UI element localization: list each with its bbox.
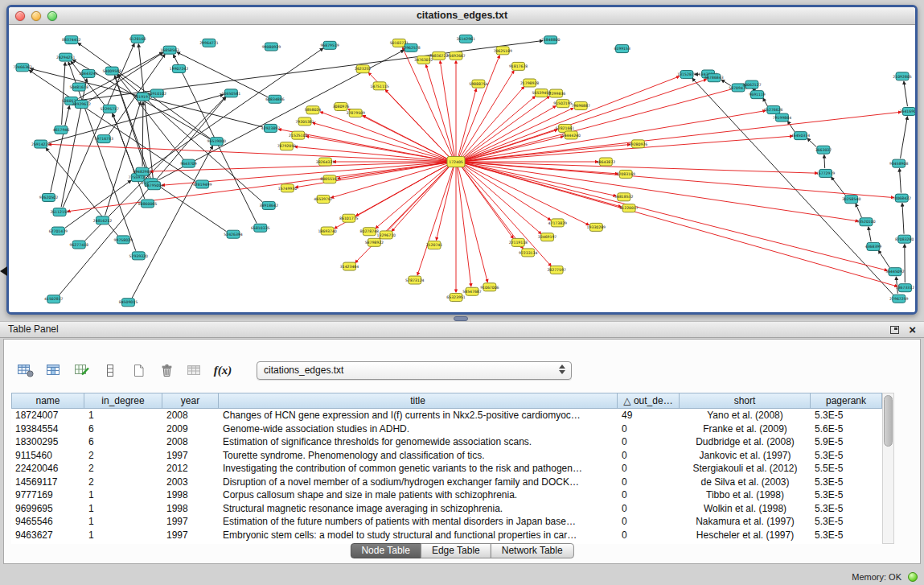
column-header-out_de[interactable]: △ out_de… <box>618 393 680 409</box>
cell-short[interactable]: de Silva et al. (2003) <box>680 476 811 489</box>
cell-short[interactable]: Nakamura et al. (1997) <box>680 515 811 529</box>
cell-year[interactable]: 1998 <box>162 488 219 502</box>
cell-in_degree[interactable]: 2 <box>84 476 162 489</box>
cell-pagerank[interactable]: 5.5E-5 <box>811 462 882 476</box>
cell-out_de[interactable]: 0 <box>618 476 680 489</box>
cell-pagerank[interactable]: 5.3E-5 <box>811 515 882 529</box>
cell-name[interactable]: 9115460 <box>11 449 84 463</box>
cell-title[interactable]: Corpus callosum shape and size in male p… <box>219 488 618 502</box>
cell-in_degree[interactable]: 1 <box>84 515 162 529</box>
collapse-panel-arrow-icon[interactable] <box>0 266 7 276</box>
minimize-window-button[interactable] <box>31 11 41 21</box>
show-columns-icon[interactable] <box>43 360 64 380</box>
memory-indicator[interactable] <box>908 572 918 582</box>
table-row[interactable]: 2242004622012Investigating the contribut… <box>11 462 882 476</box>
cell-short[interactable]: Tibbo et al. (1998) <box>680 488 811 502</box>
cell-name[interactable]: 9699695 <box>11 502 84 516</box>
tab-network-table[interactable]: Network Table <box>491 543 574 558</box>
cell-short[interactable]: Stergiakouli et al. (2012) <box>680 462 811 476</box>
cell-title[interactable]: Genome-wide association studies in ADHD. <box>219 422 618 436</box>
cell-short[interactable]: Dudbridge et al. (2008) <box>680 435 811 449</box>
cell-title[interactable]: Investigating the contribution of common… <box>219 462 618 476</box>
function-builder-icon[interactable]: f(x) <box>212 360 233 380</box>
scrollbar-thumb[interactable] <box>884 395 893 447</box>
table-row[interactable]: 977716911998Corpus callosum shape and si… <box>11 488 882 502</box>
cell-out_de[interactable]: 0 <box>618 515 680 529</box>
zoom-window-button[interactable] <box>47 11 57 21</box>
cell-out_de[interactable]: 0 <box>618 422 680 436</box>
table-row[interactable]: 1830029562008Estimation of significance … <box>11 435 882 449</box>
cell-pagerank[interactable]: 5.3E-5 <box>811 488 882 502</box>
table-row[interactable]: 1456911722003Disruption of a novel membe… <box>11 476 882 489</box>
cell-out_de[interactable]: 0 <box>618 449 680 463</box>
cell-in_degree[interactable]: 1 <box>84 409 162 422</box>
window-titlebar[interactable]: citations_edges.txt <box>9 7 915 25</box>
cell-year[interactable]: 1998 <box>162 502 219 516</box>
cell-in_degree[interactable]: 1 <box>84 529 162 542</box>
cell-in_degree[interactable]: 6 <box>84 435 162 449</box>
cell-in_degree[interactable]: 2 <box>84 449 162 463</box>
cell-in_degree[interactable]: 6 <box>84 422 162 436</box>
cell-year[interactable]: 1997 <box>162 515 219 529</box>
table-row[interactable]: 1938455462009Genome-wide association stu… <box>11 422 882 436</box>
cell-pagerank[interactable]: 5.3E-5 <box>811 476 882 489</box>
import-table-icon[interactable] <box>184 360 205 380</box>
cell-year[interactable]: 1997 <box>162 529 219 542</box>
cell-name[interactable]: 9777169 <box>11 488 84 502</box>
table-source-dropdown[interactable]: citations_edges.txt <box>257 361 572 380</box>
tab-node-table[interactable]: Node Table <box>350 543 421 558</box>
cell-pagerank[interactable]: 5.3E-5 <box>811 449 882 463</box>
cell-name[interactable]: 18300295 <box>11 435 84 449</box>
cell-pagerank[interactable]: 5.3E-5 <box>811 502 882 516</box>
new-file-icon[interactable] <box>128 360 149 380</box>
column-header-year[interactable]: year <box>162 393 219 409</box>
table-row[interactable]: 1872400712008Changes of HCN gene express… <box>11 409 882 422</box>
cell-out_de[interactable]: 0 <box>618 502 680 516</box>
table-row[interactable]: 969969511998Structural magnetic resonanc… <box>11 502 882 516</box>
cell-title[interactable]: Estimation of the future numbers of pati… <box>219 515 618 529</box>
cell-year[interactable]: 2008 <box>162 435 219 449</box>
cell-in_degree[interactable]: 2 <box>84 462 162 476</box>
cell-year[interactable]: 2003 <box>162 476 219 489</box>
vertical-scrollbar[interactable] <box>882 393 894 544</box>
tab-edge-table[interactable]: Edge Table <box>421 543 491 558</box>
column-header-title[interactable]: title <box>219 393 618 409</box>
edit-table-icon[interactable] <box>72 360 92 380</box>
column-header-short[interactable]: short <box>680 393 811 409</box>
cell-name[interactable]: 22420046 <box>11 462 84 476</box>
cell-name[interactable]: 19384554 <box>11 422 84 436</box>
cell-pagerank[interactable]: 5.9E-5 <box>811 435 882 449</box>
cell-pagerank[interactable]: 5.6E-5 <box>811 422 882 436</box>
table-row[interactable]: 911546021997Tourette syndrome. Phenomeno… <box>11 449 882 463</box>
cell-short[interactable]: Yano et al. (2008) <box>680 409 811 422</box>
cell-out_de[interactable]: 49 <box>618 409 680 422</box>
network-canvas[interactable]: 4864387227083169548185328122001719330289… <box>9 25 915 312</box>
cell-out_de[interactable]: 0 <box>618 488 680 502</box>
cell-name[interactable]: 9465546 <box>11 515 84 529</box>
cell-out_de[interactable]: 0 <box>618 462 680 476</box>
cell-title[interactable]: Estimation of significance thresholds fo… <box>219 435 618 449</box>
column-header-pagerank[interactable]: pagerank <box>811 393 882 409</box>
cell-name[interactable]: 14569117 <box>11 476 84 489</box>
cell-title[interactable]: Tourette syndrome. Phenomenology and cla… <box>219 449 618 463</box>
cell-year[interactable]: 1997 <box>162 449 219 463</box>
cell-year[interactable]: 2008 <box>162 409 219 422</box>
cell-pagerank[interactable]: 5.3E-5 <box>811 409 882 422</box>
close-window-button[interactable] <box>15 11 25 21</box>
cell-short[interactable]: Jankovic et al. (1997) <box>680 449 811 463</box>
cell-in_degree[interactable]: 1 <box>84 488 162 502</box>
cell-year[interactable]: 2009 <box>162 422 219 436</box>
delete-icon[interactable] <box>156 360 177 380</box>
table-row[interactable]: 946554611997Estimation of the future num… <box>11 515 882 529</box>
column-header-in_degree[interactable]: in_degree <box>84 393 162 409</box>
cell-name[interactable]: 18724007 <box>11 409 84 422</box>
cell-short[interactable]: Wolkin et al. (1998) <box>680 502 811 516</box>
cell-title[interactable]: Disruption of a novel member of a sodium… <box>219 476 618 489</box>
cell-short[interactable]: Franke et al. (2009) <box>680 422 811 436</box>
cell-short[interactable]: Hescheler et al. (1997) <box>680 529 811 542</box>
cell-out_de[interactable]: 0 <box>618 529 680 542</box>
close-panel-icon[interactable]: × <box>909 322 916 337</box>
cell-out_de[interactable]: 0 <box>618 435 680 449</box>
table-row[interactable]: 946362711997Embryonic stem cells: a mode… <box>11 529 882 542</box>
column-header-name[interactable]: name <box>11 393 84 409</box>
